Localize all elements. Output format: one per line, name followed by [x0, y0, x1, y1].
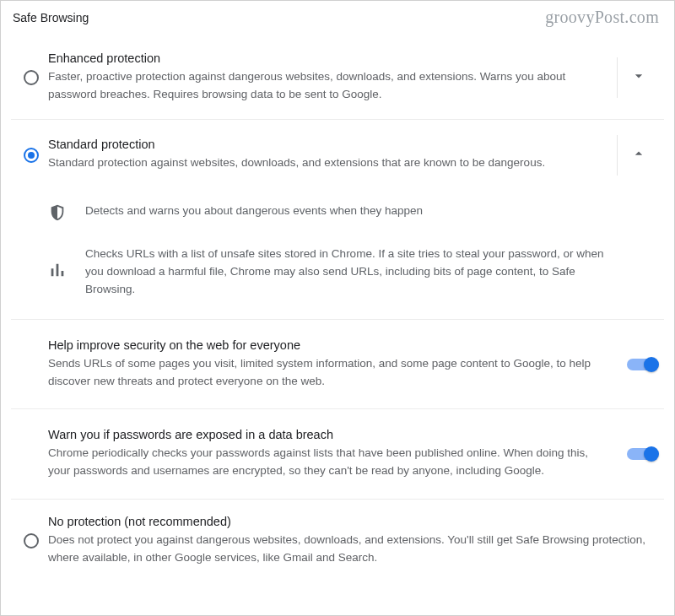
option-none[interactable]: No protection (not recommended) Does not…	[11, 500, 664, 582]
feature-checks: Checks URLs with a list of unsafe sites …	[48, 234, 613, 311]
toggle-switch-warn-passwords[interactable]	[627, 448, 657, 460]
radio-none[interactable]	[24, 533, 39, 548]
standard-expanded: Detects and warns you about dangerous ev…	[11, 191, 664, 320]
toggle-switch-help-improve[interactable]	[627, 359, 657, 370]
option-title: No protection (not recommended)	[48, 515, 652, 528]
expand-enhanced[interactable]	[617, 57, 659, 98]
option-title: Enhanced protection	[48, 51, 610, 65]
toggle-title: Help improve security on the web for eve…	[48, 338, 610, 352]
feature-text: Detects and warns you about dangerous ev…	[85, 203, 613, 220]
option-desc: Faster, proactive protection against dan…	[48, 68, 610, 104]
toggle-title: Warn you if passwords are exposed in a d…	[48, 428, 610, 441]
feature-text: Checks URLs with a list of unsafe sites …	[85, 246, 613, 299]
toggle-desc: Chrome periodically checks your password…	[48, 445, 610, 480]
toggle-desc: Sends URLs of some pages you visit, limi…	[48, 355, 610, 391]
radio-standard[interactable]	[24, 148, 39, 163]
bars-icon	[48, 246, 85, 279]
watermark: groovyPost.com	[545, 8, 659, 27]
option-enhanced[interactable]: Enhanced protection Faster, proactive pr…	[11, 36, 664, 120]
toggle-warn-passwords: Warn you if passwords are exposed in a d…	[11, 409, 664, 500]
option-standard[interactable]: Standard protection Standard protection …	[11, 120, 664, 191]
chevron-down-icon	[630, 68, 647, 88]
chevron-up-icon	[630, 145, 647, 165]
feature-detects: Detects and warns you about dangerous ev…	[48, 191, 613, 234]
radio-enhanced[interactable]	[24, 70, 39, 85]
shield-icon	[48, 203, 85, 222]
collapse-standard[interactable]	[617, 135, 659, 176]
toggle-help-improve: Help improve security on the web for eve…	[11, 320, 664, 410]
option-desc: Standard protection against websites, do…	[48, 154, 610, 172]
option-title: Standard protection	[48, 138, 610, 151]
option-desc: Does not protect you against dangerous w…	[48, 532, 652, 567]
